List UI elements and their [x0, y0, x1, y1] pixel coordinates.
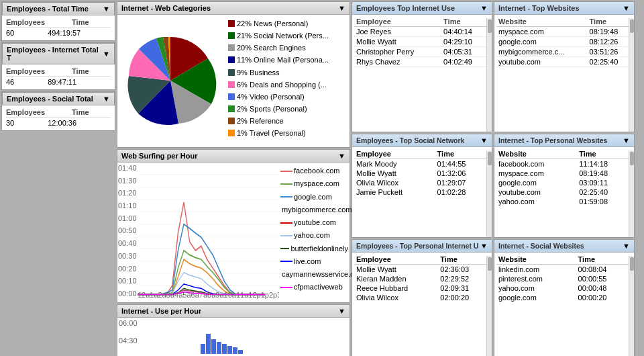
scroll-bar[interactable] — [486, 150, 492, 237]
col-time: Time — [441, 17, 488, 27]
top-personal-websites-header[interactable]: Internet - Top Personal Websites ▼ — [494, 134, 634, 147]
top-social-network-arrow[interactable]: ▼ — [480, 136, 488, 144]
top-social-network-panel: Employees - Top Social Network ▼ Employe… — [352, 134, 492, 238]
legend-facebook: facebook.com — [280, 165, 348, 177]
web-surfing-header[interactable]: Web Surfing per Hour ▼ — [117, 150, 350, 163]
web-categories-panel: Internet - Web Categories ▼ — [117, 1, 350, 148]
total-time-header[interactable]: Employees - Total Time ▼ — [2, 2, 115, 15]
social-total-arrow[interactable]: ▼ — [103, 95, 110, 103]
bar-y-axis: 06:0004:30 — [119, 319, 140, 354]
scroll-thumb[interactable] — [630, 152, 634, 165]
top-internet-use-header[interactable]: Employees Top Internet Use ▼ — [352, 2, 492, 15]
top-social-network-header[interactable]: Employees - Top Social Network ▼ — [352, 134, 492, 147]
legend-butterfield: butterfieldonlinely — [280, 242, 348, 255]
legend-live: live.com — [280, 255, 348, 268]
social-websites-arrow[interactable]: ▼ — [623, 242, 630, 250]
legend-item-deals: 6% Deals and Shopping (... — [228, 79, 329, 91]
legend-google: google.com — [280, 191, 348, 204]
col-time: Time — [588, 17, 630, 27]
internet-total-val2: 89:47:11 — [48, 78, 76, 86]
svg-rect-11 — [206, 334, 211, 354]
col-website: Website — [496, 255, 576, 265]
col-time: Time — [577, 149, 630, 159]
scroll-thumb[interactable] — [488, 152, 492, 165]
top-personal-internet-arrow[interactable]: ▼ — [480, 242, 488, 250]
total-time-val2: 494:19:57 — [48, 29, 80, 37]
legend-item-mail: 11% Online Mail (Persona... — [228, 54, 329, 66]
web-categories-header[interactable]: Internet - Web Categories ▼ — [117, 2, 350, 15]
scroll-thumb[interactable] — [630, 257, 634, 271]
svg-rect-17 — [238, 350, 243, 354]
top-personal-websites-arrow[interactable]: ▼ — [623, 136, 630, 144]
web-surfing-panel: Web Surfing per Hour ▼ 01:4001:3001:2001… — [117, 149, 350, 303]
top-websites-header[interactable]: Internet - Top Websites ▼ — [494, 2, 634, 15]
legend-youtube: youtube.com — [280, 216, 348, 229]
scroll-thumb[interactable] — [488, 257, 492, 271]
use-per-hour-panel: Internet - Use per Hour ▼ 06:0004:30 — [117, 304, 350, 356]
top-internet-use-title: Employees Top Internet Use — [356, 4, 455, 12]
use-per-hour-arrow[interactable]: ▼ — [338, 307, 345, 315]
total-time-arrow[interactable]: ▼ — [103, 5, 110, 13]
table-row: facebook.com11:14:18 — [496, 159, 630, 169]
table-row: Olivia Wilcox02:00:20 — [354, 293, 488, 302]
scroll-bar[interactable] — [629, 150, 634, 237]
total-time-col2: Time — [72, 18, 89, 26]
total-time-val1: 60 — [6, 29, 14, 37]
web-categories-title: Internet - Web Categories — [121, 4, 211, 12]
legend-cfp: cfpmactiveweb — [280, 281, 348, 294]
social-websites-panel: Internet - Social Websites ▼ WebsiteTime… — [494, 239, 635, 356]
top-social-network-content: EmployeeTime Mark Moody01:44:55 Mollie W… — [352, 147, 492, 199]
use-per-hour-title: Internet - Use per Hour — [121, 307, 201, 315]
internet-total-header[interactable]: Employees - Internet Total T ▼ — [2, 43, 115, 64]
top-internet-use-arrow[interactable]: ▼ — [480, 4, 488, 12]
internet-total-arrow[interactable]: ▼ — [103, 50, 110, 58]
col-website: Website — [496, 149, 577, 159]
svg-rect-14 — [222, 344, 227, 354]
legend-item-search: 20% Search Engines — [228, 42, 329, 54]
line-chart-legend: facebook.com myspace.com google.com mybi… — [279, 163, 350, 299]
scroll-bar[interactable] — [486, 18, 492, 132]
col-employee: Employee — [354, 255, 438, 265]
scroll-thumb[interactable] — [488, 19, 492, 33]
table-row: google.com08:12:26 — [496, 37, 630, 47]
scroll-thumb[interactable] — [630, 19, 634, 33]
line-x-axis: 12a1a2a3a4a5a6a7a8a9a10a11a12p1p2p3p4p5p… — [138, 291, 279, 299]
table-row: Kieran Madden02:29:52 — [354, 274, 488, 283]
scroll-bar[interactable] — [629, 18, 634, 132]
legend-item-business: 9% Business — [228, 66, 329, 79]
pie-legend: 22% News (Personal) 21% Social Network (… — [228, 17, 329, 141]
social-total-val1: 30 — [6, 119, 14, 127]
web-categories-arrow[interactable]: ▼ — [338, 4, 345, 12]
table-row: mybigcommerce.c...03:51:26 — [496, 47, 630, 57]
top-personal-internet-header[interactable]: Employees - Top Personal Internet U ▼ — [352, 240, 492, 253]
table-row: Rhys Chavez04:02:49 — [354, 57, 488, 67]
top-personal-internet-content: EmployeeTime Mollie Wyatt02:36:03 Kieran… — [352, 253, 492, 304]
use-per-hour-header[interactable]: Internet - Use per Hour ▼ — [117, 305, 350, 318]
table-row: linkedin.com00:08:04 — [496, 265, 630, 275]
legend-item-gossip: 0% Gossip (Personal) — [228, 139, 329, 141]
svg-rect-16 — [233, 347, 237, 354]
use-per-hour-content: 06:0004:30 — [117, 318, 350, 355]
table-row: myspace.com08:19:48 — [496, 27, 630, 37]
legend-yahoo: yahoo.com — [280, 229, 348, 242]
table-row: Mollie Wyatt01:32:06 — [354, 169, 488, 178]
social-websites-header[interactable]: Internet - Social Websites ▼ — [494, 240, 634, 253]
col-time: Time — [576, 255, 630, 265]
scroll-bar[interactable] — [629, 256, 634, 356]
web-surfing-title: Web Surfing per Hour — [121, 152, 197, 160]
bar-chart-area — [140, 319, 348, 354]
table-row: google.com03:09:11 — [496, 178, 630, 187]
scroll-bar[interactable] — [486, 256, 492, 356]
legend-mybigcommerce: mybigcommerce.com — [280, 204, 348, 216]
legend-myspace: myspace.com — [280, 177, 348, 190]
social-total-val2: 12:00:36 — [48, 119, 76, 127]
top-personal-internet-panel: Employees - Top Personal Internet U ▼ Em… — [352, 239, 492, 356]
legend-cayman: caymannewsservice.com — [280, 268, 348, 281]
social-total-col1: Employees — [6, 108, 45, 116]
web-surfing-arrow[interactable]: ▼ — [338, 152, 345, 160]
social-total-header[interactable]: Employees - Social Total ▼ — [2, 92, 115, 105]
total-time-col1: Employees — [6, 18, 45, 26]
top-websites-arrow[interactable]: ▼ — [623, 4, 630, 12]
table-row: pinterest.com00:00:55 — [496, 274, 630, 283]
social-total-panel: Employees - Social Total ▼ Employees Tim… — [1, 91, 115, 131]
